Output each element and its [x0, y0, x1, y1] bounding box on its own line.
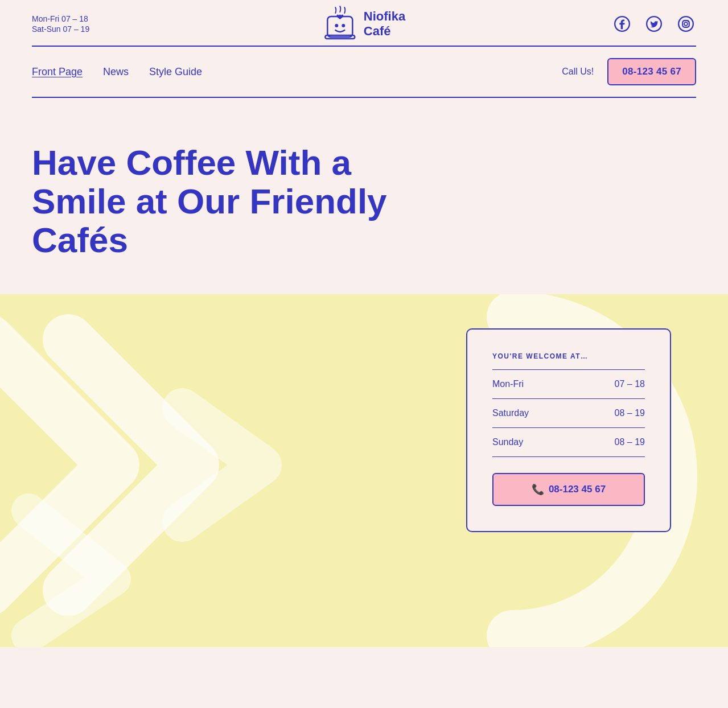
svg-point-3: [342, 24, 345, 27]
nav-bar: Front Page News Style Guide Call Us! 08-…: [0, 47, 728, 97]
nav-front-page[interactable]: Front Page: [32, 66, 83, 78]
hours-table: Mon-Fri 07 – 18 Saturday 08 – 19 Sunday …: [492, 370, 645, 457]
hero-section: Have Coffee With a Smile at Our Friendly…: [0, 98, 728, 294]
call-us-label: Call Us!: [562, 67, 594, 77]
nav-style-guide[interactable]: Style Guide: [149, 66, 202, 78]
nav-news[interactable]: News: [103, 66, 129, 78]
hours-row-monFri: Mon-Fri 07 – 18: [492, 370, 645, 399]
svg-point-2: [335, 24, 338, 27]
card-phone-number: 08-123 45 67: [549, 484, 606, 495]
logo[interactable]: Niofika Café: [323, 4, 405, 44]
twitter-icon[interactable]: [644, 14, 664, 34]
card-subtitle: YOU'RE WELCOME AT…: [492, 352, 645, 360]
weekend-hours: Sat-Sun 07 – 19: [32, 24, 89, 34]
svg-rect-0: [327, 17, 352, 37]
svg-point-8: [684, 22, 688, 26]
svg-point-9: [688, 21, 689, 22]
social-icons: [612, 14, 696, 34]
hours-info: Mon-Fri 07 – 18 Sat-Sun 07 – 19: [32, 14, 89, 34]
nav-phone-button[interactable]: 08-123 45 67: [607, 58, 696, 85]
hours-day-0: Mon-Fri: [492, 370, 575, 399]
hero-title: Have Coffee With a Smile at Our Friendly…: [32, 143, 419, 260]
yellow-section: YOU'RE WELCOME AT… Mon-Fri 07 – 18 Satur…: [0, 294, 728, 647]
nav-links: Front Page News Style Guide: [32, 66, 202, 78]
hours-row-sunday: Sunday 08 – 19: [492, 427, 645, 456]
instagram-icon[interactable]: [676, 14, 696, 34]
hours-row-saturday: Saturday 08 – 19: [492, 398, 645, 427]
info-card: YOU'RE WELCOME AT… Mon-Fri 07 – 18 Satur…: [466, 328, 671, 532]
hours-time-1: 08 – 19: [575, 398, 645, 427]
logo-text: Niofika Café: [364, 9, 405, 39]
facebook-icon[interactable]: [612, 14, 632, 34]
logo-icon: [323, 4, 357, 44]
nav-right: Call Us! 08-123 45 67: [562, 58, 696, 85]
weekday-hours: Mon-Fri 07 – 18: [32, 14, 89, 23]
hours-day-1: Saturday: [492, 398, 575, 427]
top-bar: Mon-Fri 07 – 18 Sat-Sun 07 – 19 Niofika …: [0, 0, 728, 46]
hours-day-2: Sunday: [492, 427, 575, 456]
svg-point-6: [678, 17, 693, 31]
hours-time-0: 07 – 18: [575, 370, 645, 399]
card-phone-button[interactable]: 📞 08-123 45 67: [492, 473, 645, 506]
phone-emoji-icon: 📞: [532, 483, 544, 496]
hours-time-2: 08 – 19: [575, 427, 645, 456]
